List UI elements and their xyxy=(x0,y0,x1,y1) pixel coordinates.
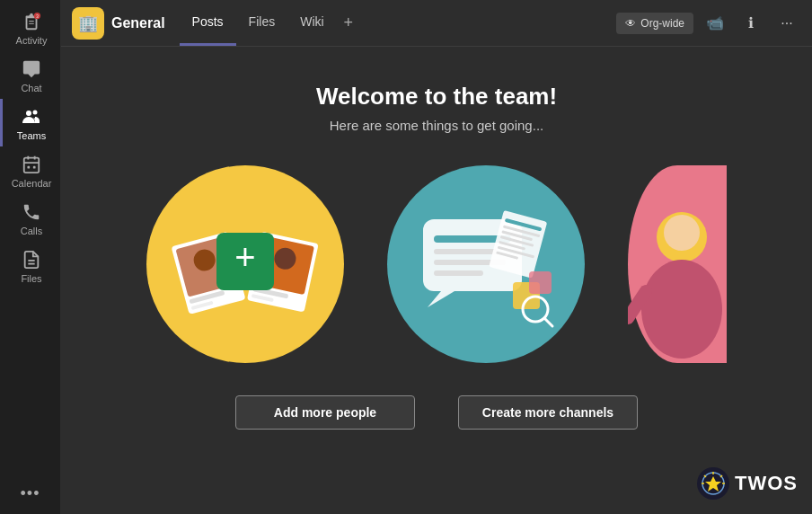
welcome-subtitle: Here are some things to get going... xyxy=(330,118,543,133)
partial-card xyxy=(628,165,727,363)
add-people-card: + xyxy=(146,165,344,363)
svg-rect-4 xyxy=(24,158,40,173)
calendar-icon xyxy=(21,154,42,175)
tab-wiki[interactable]: Wiki xyxy=(287,0,336,46)
sidebar: 3 Activity Chat Teams xyxy=(0,0,61,514)
info-button[interactable]: ℹ xyxy=(737,9,765,38)
main-area: 🏢 General Posts Files Wiki + 👁 Org-wide … xyxy=(61,0,812,514)
topbar-right: 👁 Org-wide 📹 ℹ ··· xyxy=(616,9,801,38)
sidebar-item-teams[interactable]: Teams xyxy=(0,99,60,146)
illustration-cards: + xyxy=(146,165,727,363)
svg-rect-26 xyxy=(434,270,483,276)
twos-bulb-icon xyxy=(697,467,729,500)
people-preview-illustration xyxy=(628,165,736,363)
svg-rect-5 xyxy=(27,166,30,169)
svg-rect-24 xyxy=(434,249,497,254)
tab-posts[interactable]: Posts xyxy=(180,0,236,46)
sidebar-item-calls[interactable]: Calls xyxy=(0,194,60,242)
svg-point-2 xyxy=(26,111,31,116)
add-people-illustration: + xyxy=(155,174,335,354)
svg-text:+: + xyxy=(234,237,255,277)
svg-point-41 xyxy=(664,215,700,251)
team-icon: 🏢 xyxy=(72,7,104,40)
sidebar-item-files[interactable]: Files xyxy=(0,242,60,289)
more-icon: ··· xyxy=(781,15,792,31)
sidebar-item-activity[interactable]: 3 Activity xyxy=(0,4,60,51)
svg-rect-6 xyxy=(33,166,36,169)
calls-label: Calls xyxy=(21,226,42,236)
svg-line-38 xyxy=(544,318,552,326)
activity-icon: 3 xyxy=(21,11,42,32)
svg-rect-36 xyxy=(529,271,552,294)
calendar-label: Calendar xyxy=(12,178,52,189)
tab-add-button[interactable]: + xyxy=(337,0,361,46)
chat-icon xyxy=(21,58,42,80)
channels-illustration xyxy=(396,174,576,354)
video-call-button[interactable]: 📹 xyxy=(701,9,729,38)
topbar: 🏢 General Posts Files Wiki + 👁 Org-wide … xyxy=(61,0,812,47)
action-buttons: Add more people Create more channels xyxy=(61,395,812,430)
welcome-content: Welcome to the team! Here are some thing… xyxy=(61,47,812,514)
video-icon: 📹 xyxy=(706,14,724,31)
svg-point-3 xyxy=(33,111,38,115)
sidebar-item-calendar[interactable]: Calendar xyxy=(0,146,60,194)
tabs: Posts Files Wiki + xyxy=(180,0,361,46)
files-icon xyxy=(21,249,42,270)
more-dots-label: ••• xyxy=(21,484,40,503)
teams-label: Teams xyxy=(17,130,46,141)
teams-icon xyxy=(21,106,42,128)
create-channels-card xyxy=(387,165,585,363)
sidebar-more-button[interactable]: ••• xyxy=(21,474,40,514)
sidebar-item-chat[interactable]: Chat xyxy=(0,51,60,99)
welcome-title: Welcome to the team! xyxy=(316,83,557,111)
eye-icon: 👁 xyxy=(625,17,636,30)
chat-label: Chat xyxy=(21,83,41,93)
org-wide-button[interactable]: 👁 Org-wide xyxy=(616,13,693,34)
svg-point-40 xyxy=(641,260,722,359)
twos-branding: TWOS xyxy=(697,467,798,500)
topbar-more-button[interactable]: ··· xyxy=(772,9,801,38)
add-people-button[interactable]: Add more people xyxy=(235,395,415,430)
team-name: General xyxy=(111,15,165,31)
files-label: Files xyxy=(21,273,41,284)
svg-marker-22 xyxy=(428,291,455,307)
twos-label: TWOS xyxy=(735,472,798,495)
create-channels-button[interactable]: Create more channels xyxy=(458,395,638,430)
tab-files[interactable]: Files xyxy=(236,0,288,46)
calls-icon xyxy=(21,201,42,223)
activity-label: Activity xyxy=(16,35,48,46)
info-icon: ℹ xyxy=(748,14,754,31)
